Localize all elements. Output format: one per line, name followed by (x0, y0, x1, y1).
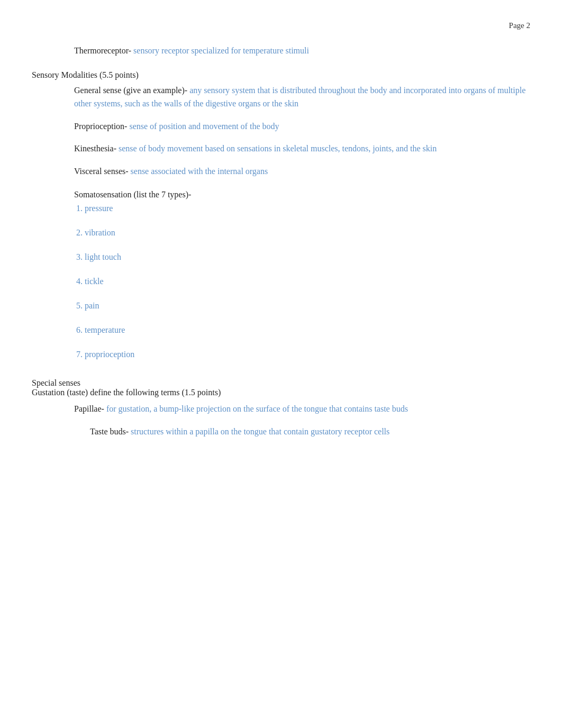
list-item-text: proprioception (85, 350, 134, 359)
somatosensation-header: Somatosensation (list the 7 types)- (74, 190, 530, 199)
visceral-senses-line: Visceral senses- sense associated with t… (74, 165, 530, 178)
kinesthesia-definition: sense of body movement based on sensatio… (116, 144, 437, 153)
list-item: tickle (85, 277, 530, 286)
proprioception-label: Proprioception- (74, 122, 127, 131)
proprioception-definition: sense of position and movement of the bo… (127, 122, 279, 131)
thermoreceptor-definition: sensory receptor specialized for tempera… (131, 46, 309, 55)
thermoreceptor-label: Thermoreceptor- (74, 46, 131, 55)
list-item: light touch (85, 252, 530, 262)
list-item-text: pressure (85, 204, 113, 213)
list-item: proprioception (85, 350, 530, 359)
papillae-label: Papillae- (74, 404, 104, 413)
gustation-header: Gustation (taste) define the following t… (32, 388, 530, 397)
taste-buds-label: Taste buds- (90, 427, 129, 436)
taste-buds-line: Taste buds- structures within a papilla … (90, 425, 530, 439)
list-item-text: vibration (85, 228, 115, 237)
proprioception-line: Proprioception- sense of position and mo… (74, 120, 530, 133)
kinesthesia-label: Kinesthesia- (74, 144, 116, 153)
visceral-senses-label: Visceral senses- (74, 167, 129, 176)
list-item-text: tickle (85, 277, 104, 286)
papillae-line: Papillae- for gustation, a bump-like pro… (74, 403, 530, 416)
thermoreceptor-line: Thermoreceptor- sensory receptor special… (74, 46, 530, 56)
list-item: vibration (85, 228, 530, 238)
page-number: Page 2 (32, 21, 530, 30)
special-senses-header: Special senses (32, 378, 530, 388)
somatosensation-list: pressure vibration light touch tickle pa… (85, 204, 530, 359)
taste-buds-definition: structures within a papilla on the tongu… (129, 427, 389, 436)
list-item-text: pain (85, 301, 99, 310)
kinesthesia-line: Kinesthesia- sense of body movement base… (74, 142, 530, 156)
list-item: pressure (85, 204, 530, 213)
general-sense-block: General sense (give an example)- any sen… (74, 84, 530, 111)
list-item-text: temperature (85, 325, 125, 334)
list-item: pain (85, 301, 530, 311)
list-item: temperature (85, 325, 530, 335)
general-sense-label: General sense (give an example)- (74, 86, 187, 95)
papillae-definition: for gustation, a bump-like projection on… (104, 404, 408, 413)
sensory-modalities-header: Sensory Modalities (5.5 points) (32, 70, 530, 80)
list-item-text: light touch (85, 252, 121, 261)
visceral-senses-definition: sense associated with the internal organ… (129, 167, 268, 176)
